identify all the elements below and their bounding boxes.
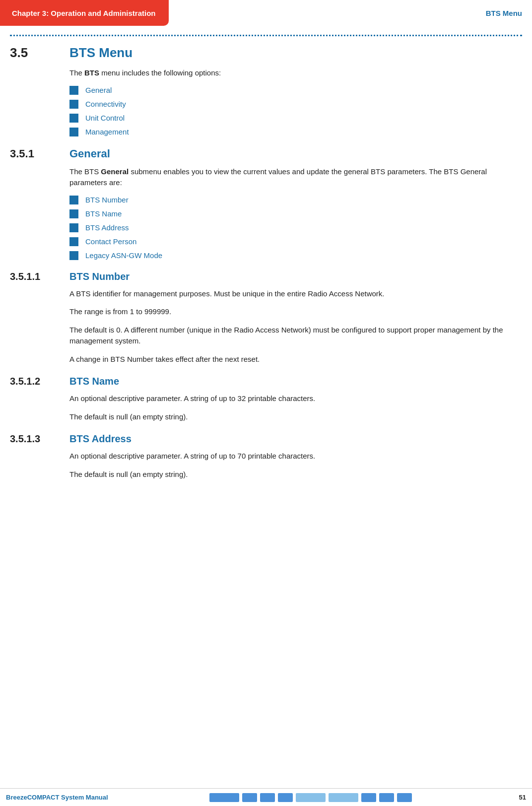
footer-block-7: [361, 793, 376, 802]
section-3-5-1-2-title: BTS Name: [69, 376, 119, 387]
footer-block-2: [242, 793, 257, 802]
bullet-icon: [69, 128, 78, 136]
section-label-text: BTS Menu: [486, 9, 522, 17]
section-3-5-number: 3.5: [10, 45, 69, 61]
general-item-legacy-asn[interactable]: Legacy ASN-GW Mode: [85, 251, 162, 260]
section-3-5-1-title: General: [69, 147, 110, 160]
page-header: Chapter 3: Operation and Administration …: [0, 0, 532, 26]
bullet-icon: [69, 100, 78, 109]
section-3-5-title: BTS Menu: [69, 45, 133, 61]
section-3-5-intro: The BTS menu includes the following opti…: [69, 67, 522, 79]
chapter-label-text: Chapter 3: Operation and Administration: [12, 9, 155, 17]
bullet-icon: [69, 86, 78, 95]
main-content: 3.5 BTS Menu The BTS menu includes the f…: [0, 45, 532, 527]
list-item: Unit Control: [69, 114, 522, 123]
footer-block-6: [329, 793, 358, 802]
list-item: BTS Name: [69, 209, 522, 218]
section-3-5-1-2-para-2: The default is null (an empty string).: [69, 411, 522, 423]
general-item-bts-number[interactable]: BTS Number: [85, 196, 129, 204]
list-item: General: [69, 86, 522, 95]
list-item: Contact Person: [69, 237, 522, 246]
section-3-5-1-1-number: 3.5.1.1: [10, 271, 69, 282]
section-3-5-1-1-para-1: A BTS identifier for management purposes…: [69, 288, 522, 300]
footer-block-9: [397, 793, 412, 802]
section-3-5-1-number: 3.5.1: [10, 147, 69, 160]
footer-block-5: [296, 793, 326, 802]
section-3-5-menu-list: General Connectivity Unit Control Manage…: [69, 86, 522, 136]
chapter-label: Chapter 3: Operation and Administration: [0, 0, 169, 26]
section-3-5-heading: 3.5 BTS Menu: [10, 45, 522, 61]
section-3-5-1-2-para-1: An optional descriptive parameter. A str…: [69, 393, 522, 404]
bullet-icon: [69, 196, 78, 204]
bullet-icon: [69, 237, 78, 246]
dotted-separator: [10, 35, 522, 36]
section-label: BTS Menu: [169, 0, 532, 26]
menu-item-connectivity[interactable]: Connectivity: [85, 100, 126, 108]
footer-blocks: [115, 793, 506, 802]
section-3-5-1-3-heading: 3.5.1.3 BTS Address: [10, 433, 522, 445]
list-item: BTS Address: [69, 223, 522, 232]
page-footer: BreezeCOMPACT System Manual 51: [0, 788, 532, 806]
menu-item-general[interactable]: General: [85, 86, 112, 94]
footer-block-1: [209, 793, 239, 802]
section-3-5-1-3-number: 3.5.1.3: [10, 433, 69, 445]
footer-block-8: [379, 793, 394, 802]
bullet-icon: [69, 114, 78, 123]
list-item: Legacy ASN-GW Mode: [69, 251, 522, 260]
section-3-5-1-1-para-4: A change in BTS Number takes effect afte…: [69, 354, 522, 365]
section-3-5-1-heading: 3.5.1 General: [10, 147, 522, 160]
section-3-5-1-list: BTS Number BTS Name BTS Address Contact …: [69, 196, 522, 260]
footer-block-4: [278, 793, 293, 802]
section-3-5-1-intro: The BTS General submenu enables you to v…: [69, 166, 522, 189]
section-3-5-1-3-para-1: An optional descriptive parameter. A str…: [69, 451, 522, 462]
section-3-5-1-2-number: 3.5.1.2: [10, 376, 69, 387]
section-3-5-1-1-heading: 3.5.1.1 BTS Number: [10, 271, 522, 282]
section-3-5-1-3-para-2: The default is null (an empty string).: [69, 469, 522, 480]
section-3-5-1-2-heading: 3.5.1.2 BTS Name: [10, 376, 522, 387]
page-number: 51: [506, 794, 526, 801]
menu-item-unit-control[interactable]: Unit Control: [85, 114, 125, 122]
bullet-icon: [69, 251, 78, 260]
general-item-contact-person[interactable]: Contact Person: [85, 237, 136, 246]
footer-title: BreezeCOMPACT System Manual: [6, 794, 115, 801]
general-item-bts-address[interactable]: BTS Address: [85, 223, 129, 232]
list-item: BTS Number: [69, 196, 522, 204]
menu-item-management[interactable]: Management: [85, 128, 129, 136]
section-3-5-1-3-title: BTS Address: [69, 433, 132, 445]
general-item-bts-name[interactable]: BTS Name: [85, 209, 122, 218]
bullet-icon: [69, 209, 78, 218]
list-item: Management: [69, 128, 522, 136]
section-3-5-1-1-title: BTS Number: [69, 271, 130, 282]
section-3-5-1-1-para-3: The default is 0. A different number (un…: [69, 325, 522, 347]
bullet-icon: [69, 223, 78, 232]
section-3-5-1-1-para-2: The range is from 1 to 999999.: [69, 306, 522, 318]
list-item: Connectivity: [69, 100, 522, 109]
footer-block-3: [260, 793, 275, 802]
